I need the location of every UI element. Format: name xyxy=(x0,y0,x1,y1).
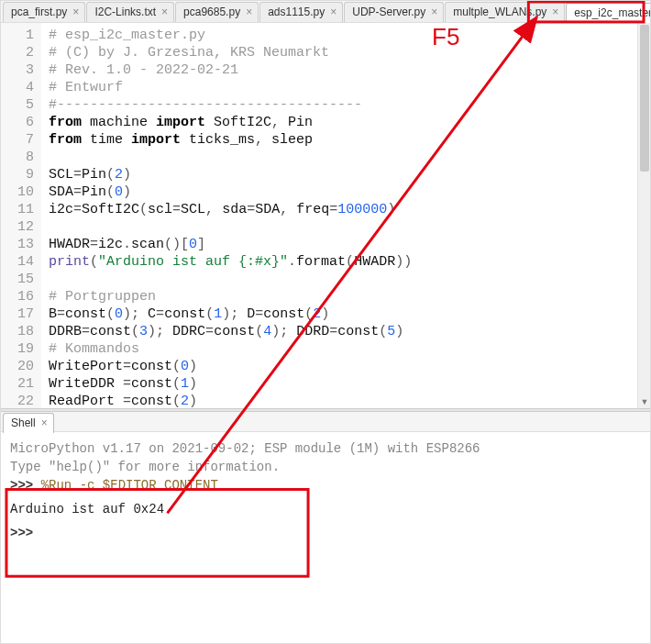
line-number: 22 xyxy=(1,393,34,408)
code-line[interactable] xyxy=(49,271,650,288)
code-area[interactable]: # esp_i2c_master.py# (C) by J. Grzesina,… xyxy=(41,23,650,408)
tab-label: ads1115.py xyxy=(268,6,325,18)
code-line[interactable] xyxy=(49,149,650,166)
scroll-thumb[interactable] xyxy=(640,25,649,172)
line-number: 9 xyxy=(1,166,34,183)
code-editor[interactable]: 12345678910111213141516171819202122 # es… xyxy=(1,23,650,408)
close-icon[interactable]: × xyxy=(246,6,252,18)
shell-prompt: >>> xyxy=(10,526,33,540)
line-number: 11 xyxy=(1,201,34,218)
shell-run-cmd: %Run -c $EDITOR_CONTENT xyxy=(41,478,218,493)
close-icon[interactable]: × xyxy=(72,6,79,18)
code-line[interactable]: from time import ticks_ms, sleep xyxy=(49,131,650,149)
close-icon[interactable]: × xyxy=(41,416,48,429)
code-line[interactable]: SDA=Pin(0) xyxy=(49,183,650,201)
close-icon[interactable]: × xyxy=(431,6,437,18)
line-number: 18 xyxy=(1,323,34,340)
line-number: 14 xyxy=(1,253,34,271)
tab-ads1115-py[interactable]: ads1115.py× xyxy=(259,2,343,22)
tab-i2c-links-txt[interactable]: I2C-Links.txt× xyxy=(86,2,174,22)
line-number: 5 xyxy=(1,96,34,114)
line-number: 3 xyxy=(1,61,34,79)
code-line[interactable]: from machine import SoftI2C, Pin xyxy=(49,114,650,131)
line-number: 10 xyxy=(1,183,34,201)
line-number: 6 xyxy=(1,114,34,131)
shell-tab-strip: Shell × xyxy=(1,412,650,432)
line-number: 20 xyxy=(1,358,34,375)
tab-esp_i2c_master-py[interactable]: esp_i2c_master.py× xyxy=(566,3,651,23)
line-number-gutter: 12345678910111213141516171819202122 xyxy=(1,23,41,408)
code-line[interactable]: WriteDDR =const(1) xyxy=(49,375,650,393)
tab-udp-server-py[interactable]: UDP-Server.py× xyxy=(344,2,444,22)
tab-label: pca_first.py xyxy=(11,6,67,18)
shell-prompt: >>> xyxy=(10,478,33,493)
shell-run-line: >>> %Run -c $EDITOR_CONTENT xyxy=(10,476,641,494)
tab-label: multple_WLANs.py xyxy=(453,6,546,18)
tab-label: UDP-Server.py xyxy=(352,6,425,18)
code-line[interactable]: i2c=SoftI2C(scl=SCL, sda=SDA, freq=10000… xyxy=(49,201,650,218)
tab-multple_wlans-py[interactable]: multple_WLANs.py× xyxy=(445,2,565,22)
tab-label: pca9685.py xyxy=(183,6,240,18)
editor-scrollbar[interactable]: ▲ ▼ xyxy=(637,23,650,408)
shell-banner-line: MicroPython v1.17 on 2021-09-02; ESP mod… xyxy=(10,439,641,458)
code-line[interactable]: # Entwurf xyxy=(49,79,650,96)
scroll-down-icon[interactable]: ▼ xyxy=(640,397,649,408)
code-line[interactable]: # esp_i2c_master.py xyxy=(49,27,650,44)
shell-panel[interactable]: MicroPython v1.17 on 2021-09-02; ESP mod… xyxy=(1,432,650,634)
tab-label: I2C-Links.txt xyxy=(94,6,156,18)
code-line[interactable]: #------------------------------------- xyxy=(49,96,650,114)
line-number: 12 xyxy=(1,218,34,236)
shell-banner-line: Type "help()" for more information. xyxy=(10,458,641,476)
line-number: 13 xyxy=(1,236,34,253)
line-number: 15 xyxy=(1,271,34,288)
tab-shell[interactable]: Shell × xyxy=(3,413,54,433)
tab-pca9685-py[interactable]: pca9685.py× xyxy=(175,2,259,22)
tab-label: esp_i2c_master.py xyxy=(574,6,651,19)
code-line[interactable]: DDRB=const(3); DDRC=const(4); DDRD=const… xyxy=(49,323,650,340)
code-line[interactable]: print("Arduino ist auf {:#x}".format(HWA… xyxy=(49,253,650,271)
close-icon[interactable]: × xyxy=(330,6,337,18)
code-line[interactable]: SCL=Pin(2) xyxy=(49,166,650,183)
line-number: 2 xyxy=(1,44,34,61)
line-number: 1 xyxy=(1,27,34,44)
line-number: 17 xyxy=(1,305,34,323)
code-line[interactable]: # (C) by J. Grzesina, KRS Neumarkt xyxy=(49,44,650,61)
code-line[interactable] xyxy=(49,218,650,236)
close-icon[interactable]: × xyxy=(161,6,168,18)
code-line[interactable]: # Kommandos xyxy=(49,340,650,358)
line-number: 16 xyxy=(1,288,34,305)
editor-tab-strip: pca_first.py×I2C-Links.txt×pca9685.py×ad… xyxy=(1,1,650,23)
shell-output-line: Arduino ist auf 0x24 xyxy=(10,500,641,518)
code-line[interactable]: # Rev. 1.0 - 2022-02-21 xyxy=(49,61,650,79)
code-line[interactable]: # Portgruppen xyxy=(49,288,650,305)
code-line[interactable]: HWADR=i2c.scan()[0] xyxy=(49,236,650,253)
code-line[interactable]: B=const(0); C=const(1); D=const(2) xyxy=(49,305,650,323)
line-number: 8 xyxy=(1,149,34,166)
line-number: 21 xyxy=(1,375,34,393)
line-number: 7 xyxy=(1,131,34,149)
code-line[interactable]: WritePort=const(0) xyxy=(49,358,650,375)
line-number: 19 xyxy=(1,340,34,358)
tab-pca_first-py[interactable]: pca_first.py× xyxy=(3,2,85,22)
close-icon[interactable]: × xyxy=(552,6,558,18)
line-number: 4 xyxy=(1,79,34,96)
shell-tab-label: Shell xyxy=(11,416,36,429)
code-line[interactable]: ReadPort =const(2) xyxy=(49,393,650,408)
